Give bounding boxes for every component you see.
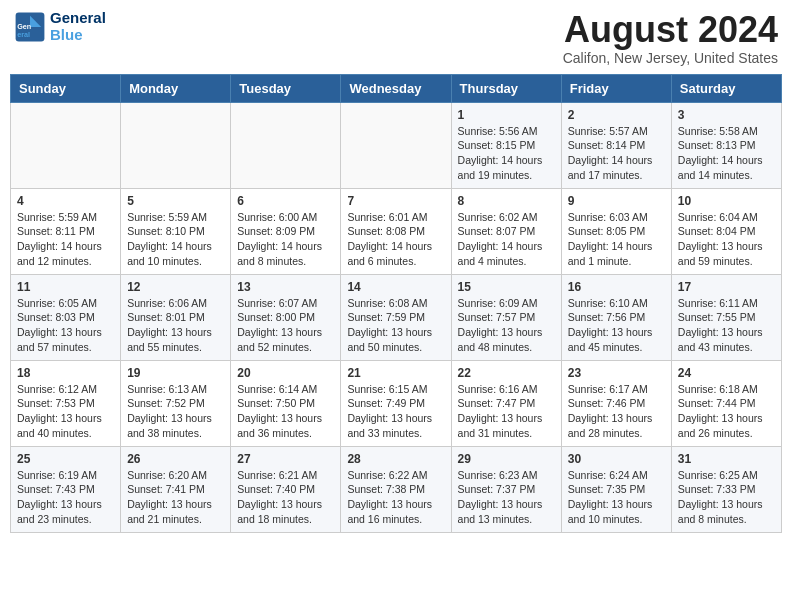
day-info: Sunrise: 6:09 AM Sunset: 7:57 PM Dayligh… <box>458 296 555 355</box>
day-number: 24 <box>678 366 775 380</box>
day-number: 13 <box>237 280 334 294</box>
weekday-header-tuesday: Tuesday <box>231 74 341 102</box>
day-info: Sunrise: 6:25 AM Sunset: 7:33 PM Dayligh… <box>678 468 775 527</box>
calendar-cell: 17Sunrise: 6:11 AM Sunset: 7:55 PM Dayli… <box>671 274 781 360</box>
day-number: 5 <box>127 194 224 208</box>
day-info: Sunrise: 5:57 AM Sunset: 8:14 PM Dayligh… <box>568 124 665 183</box>
day-number: 7 <box>347 194 444 208</box>
day-number: 19 <box>127 366 224 380</box>
day-info: Sunrise: 6:16 AM Sunset: 7:47 PM Dayligh… <box>458 382 555 441</box>
week-row-5: 25Sunrise: 6:19 AM Sunset: 7:43 PM Dayli… <box>11 446 782 532</box>
calendar-cell: 30Sunrise: 6:24 AM Sunset: 7:35 PM Dayli… <box>561 446 671 532</box>
week-row-3: 11Sunrise: 6:05 AM Sunset: 8:03 PM Dayli… <box>11 274 782 360</box>
weekday-header-wednesday: Wednesday <box>341 74 451 102</box>
day-info: Sunrise: 5:59 AM Sunset: 8:10 PM Dayligh… <box>127 210 224 269</box>
calendar-cell: 31Sunrise: 6:25 AM Sunset: 7:33 PM Dayli… <box>671 446 781 532</box>
calendar-cell: 1Sunrise: 5:56 AM Sunset: 8:15 PM Daylig… <box>451 102 561 188</box>
day-info: Sunrise: 6:23 AM Sunset: 7:37 PM Dayligh… <box>458 468 555 527</box>
svg-text:eral: eral <box>17 29 30 38</box>
day-info: Sunrise: 6:02 AM Sunset: 8:07 PM Dayligh… <box>458 210 555 269</box>
weekday-header-monday: Monday <box>121 74 231 102</box>
calendar-cell: 6Sunrise: 6:00 AM Sunset: 8:09 PM Daylig… <box>231 188 341 274</box>
day-number: 30 <box>568 452 665 466</box>
day-info: Sunrise: 6:19 AM Sunset: 7:43 PM Dayligh… <box>17 468 114 527</box>
calendar-cell <box>121 102 231 188</box>
day-info: Sunrise: 5:58 AM Sunset: 8:13 PM Dayligh… <box>678 124 775 183</box>
calendar-cell: 27Sunrise: 6:21 AM Sunset: 7:40 PM Dayli… <box>231 446 341 532</box>
calendar-cell: 15Sunrise: 6:09 AM Sunset: 7:57 PM Dayli… <box>451 274 561 360</box>
day-info: Sunrise: 6:13 AM Sunset: 7:52 PM Dayligh… <box>127 382 224 441</box>
calendar-cell: 22Sunrise: 6:16 AM Sunset: 7:47 PM Dayli… <box>451 360 561 446</box>
title-block: August 2024 Califon, New Jersey, United … <box>563 10 778 66</box>
day-number: 2 <box>568 108 665 122</box>
day-number: 3 <box>678 108 775 122</box>
calendar-cell: 25Sunrise: 6:19 AM Sunset: 7:43 PM Dayli… <box>11 446 121 532</box>
day-info: Sunrise: 6:12 AM Sunset: 7:53 PM Dayligh… <box>17 382 114 441</box>
calendar-cell: 13Sunrise: 6:07 AM Sunset: 8:00 PM Dayli… <box>231 274 341 360</box>
logo-icon: Gen eral <box>14 11 46 43</box>
day-info: Sunrise: 6:10 AM Sunset: 7:56 PM Dayligh… <box>568 296 665 355</box>
day-number: 25 <box>17 452 114 466</box>
calendar-cell: 3Sunrise: 5:58 AM Sunset: 8:13 PM Daylig… <box>671 102 781 188</box>
day-number: 12 <box>127 280 224 294</box>
day-info: Sunrise: 5:56 AM Sunset: 8:15 PM Dayligh… <box>458 124 555 183</box>
calendar-cell <box>11 102 121 188</box>
day-number: 28 <box>347 452 444 466</box>
week-row-1: 1Sunrise: 5:56 AM Sunset: 8:15 PM Daylig… <box>11 102 782 188</box>
week-row-4: 18Sunrise: 6:12 AM Sunset: 7:53 PM Dayli… <box>11 360 782 446</box>
day-info: Sunrise: 6:21 AM Sunset: 7:40 PM Dayligh… <box>237 468 334 527</box>
day-info: Sunrise: 6:05 AM Sunset: 8:03 PM Dayligh… <box>17 296 114 355</box>
day-number: 21 <box>347 366 444 380</box>
day-info: Sunrise: 6:18 AM Sunset: 7:44 PM Dayligh… <box>678 382 775 441</box>
day-number: 16 <box>568 280 665 294</box>
day-number: 11 <box>17 280 114 294</box>
calendar-cell: 4Sunrise: 5:59 AM Sunset: 8:11 PM Daylig… <box>11 188 121 274</box>
calendar-cell: 9Sunrise: 6:03 AM Sunset: 8:05 PM Daylig… <box>561 188 671 274</box>
day-number: 18 <box>17 366 114 380</box>
weekday-header-thursday: Thursday <box>451 74 561 102</box>
calendar-cell: 5Sunrise: 5:59 AM Sunset: 8:10 PM Daylig… <box>121 188 231 274</box>
calendar-table: SundayMondayTuesdayWednesdayThursdayFrid… <box>10 74 782 533</box>
day-number: 20 <box>237 366 334 380</box>
day-info: Sunrise: 6:15 AM Sunset: 7:49 PM Dayligh… <box>347 382 444 441</box>
day-number: 1 <box>458 108 555 122</box>
day-info: Sunrise: 6:20 AM Sunset: 7:41 PM Dayligh… <box>127 468 224 527</box>
day-number: 15 <box>458 280 555 294</box>
calendar-cell: 12Sunrise: 6:06 AM Sunset: 8:01 PM Dayli… <box>121 274 231 360</box>
day-info: Sunrise: 6:22 AM Sunset: 7:38 PM Dayligh… <box>347 468 444 527</box>
calendar-cell: 29Sunrise: 6:23 AM Sunset: 7:37 PM Dayli… <box>451 446 561 532</box>
calendar-cell: 14Sunrise: 6:08 AM Sunset: 7:59 PM Dayli… <box>341 274 451 360</box>
day-number: 27 <box>237 452 334 466</box>
day-info: Sunrise: 6:14 AM Sunset: 7:50 PM Dayligh… <box>237 382 334 441</box>
calendar-cell: 24Sunrise: 6:18 AM Sunset: 7:44 PM Dayli… <box>671 360 781 446</box>
day-number: 9 <box>568 194 665 208</box>
calendar-cell: 7Sunrise: 6:01 AM Sunset: 8:08 PM Daylig… <box>341 188 451 274</box>
calendar-cell: 20Sunrise: 6:14 AM Sunset: 7:50 PM Dayli… <box>231 360 341 446</box>
page-header: Gen eral General Blue August 2024 Califo… <box>10 10 782 66</box>
week-row-2: 4Sunrise: 5:59 AM Sunset: 8:11 PM Daylig… <box>11 188 782 274</box>
day-info: Sunrise: 6:17 AM Sunset: 7:46 PM Dayligh… <box>568 382 665 441</box>
calendar-cell: 28Sunrise: 6:22 AM Sunset: 7:38 PM Dayli… <box>341 446 451 532</box>
day-number: 23 <box>568 366 665 380</box>
day-number: 8 <box>458 194 555 208</box>
weekday-header-friday: Friday <box>561 74 671 102</box>
day-number: 6 <box>237 194 334 208</box>
calendar-cell: 8Sunrise: 6:02 AM Sunset: 8:07 PM Daylig… <box>451 188 561 274</box>
svg-marker-2 <box>30 27 41 38</box>
day-info: Sunrise: 6:24 AM Sunset: 7:35 PM Dayligh… <box>568 468 665 527</box>
day-info: Sunrise: 6:06 AM Sunset: 8:01 PM Dayligh… <box>127 296 224 355</box>
calendar-cell: 18Sunrise: 6:12 AM Sunset: 7:53 PM Dayli… <box>11 360 121 446</box>
day-info: Sunrise: 6:00 AM Sunset: 8:09 PM Dayligh… <box>237 210 334 269</box>
day-number: 4 <box>17 194 114 208</box>
calendar-cell: 19Sunrise: 6:13 AM Sunset: 7:52 PM Dayli… <box>121 360 231 446</box>
day-info: Sunrise: 5:59 AM Sunset: 8:11 PM Dayligh… <box>17 210 114 269</box>
day-number: 22 <box>458 366 555 380</box>
day-number: 14 <box>347 280 444 294</box>
calendar-cell: 10Sunrise: 6:04 AM Sunset: 8:04 PM Dayli… <box>671 188 781 274</box>
location-subtitle: Califon, New Jersey, United States <box>563 50 778 66</box>
day-number: 26 <box>127 452 224 466</box>
day-number: 31 <box>678 452 775 466</box>
day-info: Sunrise: 6:11 AM Sunset: 7:55 PM Dayligh… <box>678 296 775 355</box>
weekday-header-row: SundayMondayTuesdayWednesdayThursdayFrid… <box>11 74 782 102</box>
calendar-cell: 23Sunrise: 6:17 AM Sunset: 7:46 PM Dayli… <box>561 360 671 446</box>
